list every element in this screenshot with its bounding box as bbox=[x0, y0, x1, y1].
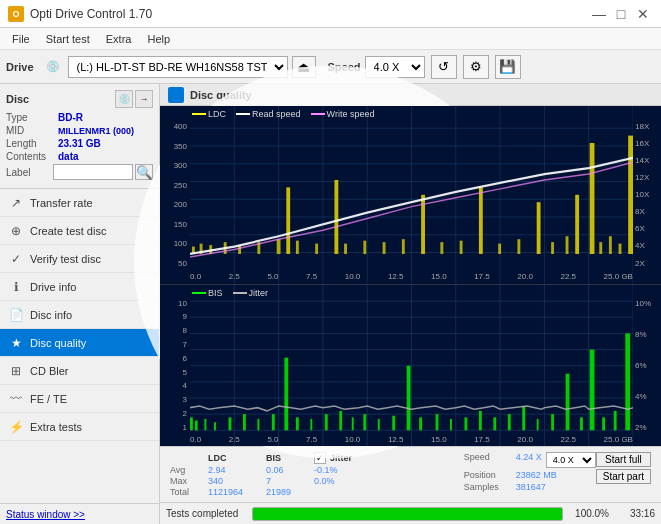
x-top-17.5: 17.5 bbox=[474, 272, 490, 281]
svg-rect-43 bbox=[575, 195, 579, 254]
content-area: Disc quality LDC Read speed bbox=[160, 84, 661, 524]
y-right-10pct: 10% bbox=[633, 299, 661, 308]
svg-rect-77 bbox=[296, 417, 299, 430]
y-right-10x: 10X bbox=[633, 190, 661, 199]
svg-rect-99 bbox=[602, 417, 605, 430]
svg-rect-27 bbox=[296, 241, 299, 254]
y-right-4pct: 4% bbox=[633, 392, 661, 401]
x-bot-25: 25.0 GB bbox=[604, 435, 633, 444]
charts-area: LDC Read speed Write speed 400 350 30 bbox=[160, 106, 661, 446]
x-top-7.5: 7.5 bbox=[306, 272, 317, 281]
x-top-2.5: 2.5 bbox=[229, 272, 240, 281]
svg-rect-86 bbox=[419, 417, 422, 430]
legend-ldc: LDC bbox=[208, 109, 226, 119]
svg-rect-44 bbox=[590, 143, 595, 254]
x-top-0: 0.0 bbox=[190, 272, 201, 281]
svg-rect-42 bbox=[566, 236, 569, 254]
svg-rect-45 bbox=[599, 242, 602, 254]
svg-rect-96 bbox=[566, 373, 570, 429]
chart-top: LDC Read speed Write speed 400 350 30 bbox=[160, 106, 661, 285]
svg-rect-80 bbox=[339, 410, 342, 429]
y-right-14x: 14X bbox=[633, 156, 661, 165]
x-top-25: 25.0 GB bbox=[604, 272, 633, 281]
svg-rect-25 bbox=[277, 239, 281, 254]
svg-rect-33 bbox=[402, 239, 405, 254]
y-top-300: 300 bbox=[160, 161, 190, 170]
y-bot-8: 8 bbox=[160, 326, 190, 335]
svg-rect-76 bbox=[284, 357, 288, 430]
y-bot-10: 10 bbox=[160, 299, 190, 308]
svg-rect-74 bbox=[257, 419, 259, 430]
svg-rect-93 bbox=[522, 406, 525, 430]
svg-rect-30 bbox=[344, 244, 347, 254]
y-top-100: 100 bbox=[160, 239, 190, 248]
svg-rect-91 bbox=[493, 417, 496, 430]
svg-rect-38 bbox=[498, 244, 501, 254]
x-bot-5: 5.0 bbox=[267, 435, 278, 444]
svg-rect-71 bbox=[214, 422, 216, 430]
y-right-8pct: 8% bbox=[633, 330, 661, 339]
svg-rect-39 bbox=[517, 239, 520, 254]
svg-rect-81 bbox=[352, 417, 354, 430]
svg-rect-95 bbox=[551, 414, 554, 430]
svg-rect-100 bbox=[614, 410, 617, 429]
x-top-10: 10.0 bbox=[345, 272, 361, 281]
y-bot-7: 7 bbox=[160, 340, 190, 349]
legend-write-speed: Write speed bbox=[327, 109, 375, 119]
y-bot-3: 3 bbox=[160, 395, 190, 404]
svg-rect-87 bbox=[436, 414, 439, 430]
svg-rect-84 bbox=[392, 415, 395, 430]
y-top-400: 400 bbox=[160, 122, 190, 131]
svg-rect-83 bbox=[378, 419, 380, 430]
svg-rect-101 bbox=[625, 333, 630, 430]
x-top-12.5: 12.5 bbox=[388, 272, 404, 281]
y-right-12x: 12X bbox=[633, 173, 661, 182]
y-right-6x: 6X bbox=[633, 224, 661, 233]
svg-rect-98 bbox=[590, 349, 595, 430]
x-bot-10: 10.0 bbox=[345, 435, 361, 444]
svg-rect-94 bbox=[537, 419, 539, 430]
y-top-250: 250 bbox=[160, 181, 190, 190]
x-bot-0: 0.0 bbox=[190, 435, 201, 444]
top-chart-svg bbox=[190, 106, 633, 284]
legend-bis: BIS bbox=[208, 288, 223, 298]
x-top-15: 15.0 bbox=[431, 272, 447, 281]
x-top-22.5: 22.5 bbox=[560, 272, 576, 281]
x-bot-17.5: 17.5 bbox=[474, 435, 490, 444]
svg-rect-32 bbox=[383, 242, 386, 254]
chart-bottom: BIS Jitter 10 9 8 7 6 5 4 bbox=[160, 285, 661, 446]
y-bot-2: 2 bbox=[160, 409, 190, 418]
svg-rect-29 bbox=[334, 180, 338, 254]
y-top-150: 150 bbox=[160, 220, 190, 229]
y-top-350: 350 bbox=[160, 142, 190, 151]
x-top-20: 20.0 bbox=[517, 272, 533, 281]
svg-rect-46 bbox=[609, 236, 612, 254]
y-bot-9: 9 bbox=[160, 312, 190, 321]
disc-quality-header: Disc quality bbox=[160, 84, 661, 106]
x-bot-20: 20.0 bbox=[517, 435, 533, 444]
x-bot-22.5: 22.5 bbox=[560, 435, 576, 444]
x-bot-7.5: 7.5 bbox=[306, 435, 317, 444]
svg-rect-48 bbox=[628, 136, 633, 254]
svg-rect-79 bbox=[325, 414, 328, 430]
x-bot-2.5: 2.5 bbox=[229, 435, 240, 444]
y-top-200: 200 bbox=[160, 200, 190, 209]
svg-rect-28 bbox=[315, 244, 318, 254]
svg-rect-78 bbox=[310, 419, 312, 430]
svg-rect-90 bbox=[479, 410, 482, 429]
y-bot-1: 1 bbox=[160, 423, 190, 432]
svg-rect-36 bbox=[460, 241, 463, 254]
x-bot-12.5: 12.5 bbox=[388, 435, 404, 444]
y-right-2x: 2X bbox=[633, 259, 661, 268]
y-right-8x: 8X bbox=[633, 207, 661, 216]
y-right-18x: 18X bbox=[633, 122, 661, 131]
svg-rect-70 bbox=[204, 419, 206, 430]
bottom-chart-svg bbox=[190, 285, 633, 446]
svg-rect-26 bbox=[286, 187, 290, 254]
y-bot-6: 6 bbox=[160, 354, 190, 363]
x-top-5: 5.0 bbox=[267, 272, 278, 281]
y-right-6pct: 6% bbox=[633, 361, 661, 370]
svg-rect-92 bbox=[508, 414, 511, 430]
svg-rect-88 bbox=[450, 419, 452, 430]
svg-rect-97 bbox=[580, 417, 583, 430]
